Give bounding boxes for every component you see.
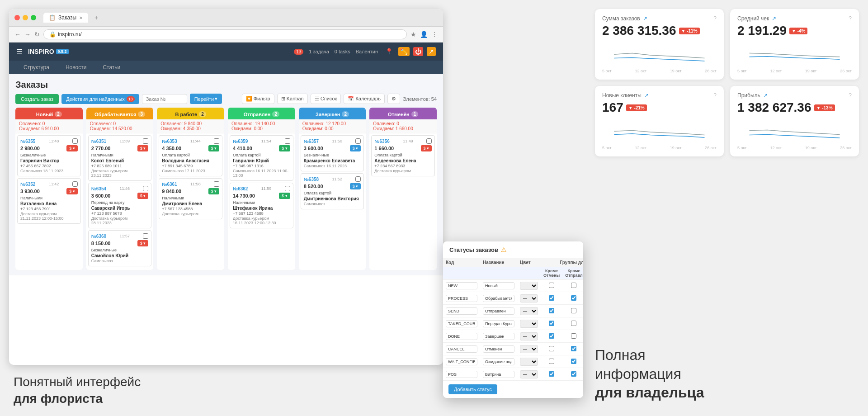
status-g2-checkbox[interactable] (571, 346, 576, 351)
help-icon[interactable]: ? (713, 15, 717, 22)
status-code-input[interactable] (446, 282, 477, 289)
status-g1-checkbox[interactable] (549, 359, 554, 364)
calendar-btn[interactable]: 📅 Календарь (344, 94, 385, 104)
list-btn[interactable]: ☰ Список (311, 94, 341, 104)
status-g2-checkbox[interactable] (571, 308, 576, 313)
card-checkbox[interactable] (143, 186, 148, 191)
status-name-input[interactable] (483, 333, 514, 340)
external-link-icon[interactable]: ↗ (644, 92, 649, 99)
nav-arrow-btn[interactable]: ↗ (427, 47, 436, 56)
card-pay-btn[interactable]: $ ▾ (350, 183, 361, 189)
card-num[interactable]: №6354 (91, 186, 106, 191)
card-num[interactable]: №6356 (374, 139, 389, 144)
browser-tab[interactable]: 📋 Заказы ✕ (43, 13, 88, 23)
maximize-window-btn[interactable] (31, 15, 36, 20)
status-g2-checkbox[interactable] (571, 321, 576, 326)
settings-btn[interactable]: ⚙ (387, 94, 400, 104)
filter-btn[interactable]: 🔽 Фильтр (242, 94, 274, 104)
card-checkbox[interactable] (355, 176, 361, 182)
status-g1-checkbox[interactable] (549, 283, 554, 288)
nav-location-btn[interactable]: 📍 (383, 47, 395, 56)
reload-btn[interactable]: ↻ (34, 31, 40, 38)
card-num[interactable]: №6357 (304, 139, 319, 144)
status-color-select[interactable]: — (520, 345, 538, 353)
status-name-input[interactable] (483, 320, 514, 327)
status-code-input[interactable] (446, 333, 477, 340)
status-g1-checkbox[interactable] (549, 371, 554, 377)
status-g1-checkbox[interactable] (549, 333, 554, 339)
create-order-btn[interactable]: Создать заказ (15, 94, 59, 104)
help-icon[interactable]: ? (849, 15, 852, 22)
status-color-select[interactable]: — (520, 282, 538, 290)
card-checkbox[interactable] (285, 186, 290, 191)
status-name-input[interactable] (483, 282, 514, 289)
sub-nav-structure[interactable]: Структура (16, 61, 57, 74)
help-icon[interactable]: ? (713, 92, 717, 99)
card-num[interactable]: №6362 (233, 186, 248, 191)
card-num[interactable]: №6359 (233, 139, 248, 144)
bookmark-icon[interactable]: ★ (410, 31, 416, 38)
status-color-select[interactable]: — (520, 358, 538, 366)
card-num[interactable]: №6358 (304, 177, 319, 182)
status-code-input[interactable] (446, 320, 477, 327)
status-code-input[interactable] (446, 358, 477, 365)
card-pay-btn[interactable]: $ ▾ (208, 188, 220, 194)
card-pay-btn[interactable]: $ ▾ (208, 145, 220, 151)
card-num[interactable]: №6361 (162, 182, 177, 187)
status-code-input[interactable] (446, 371, 477, 378)
card-checkbox[interactable] (72, 181, 78, 187)
card-checkbox[interactable] (426, 138, 432, 144)
notification-badge[interactable]: 13 (294, 49, 303, 55)
status-color-select[interactable]: — (520, 294, 538, 303)
nav-edit-btn[interactable]: ✏️ (398, 47, 410, 56)
status-color-select[interactable]: — (520, 307, 538, 315)
card-pay-btn[interactable]: $ ▾ (350, 145, 361, 151)
card-pay-btn[interactable]: $ ▾ (137, 145, 149, 151)
card-num[interactable]: №6352 (20, 182, 35, 187)
sub-nav-articles[interactable]: Статьи (95, 61, 127, 74)
card-pay-btn[interactable]: $ ▾ (279, 193, 290, 199)
status-color-select[interactable]: — (520, 320, 538, 328)
status-code-input[interactable] (446, 345, 477, 353)
kanban-btn[interactable]: ⊞ Kanban (277, 94, 308, 104)
address-field[interactable]: 🔒 inspiro.ru/ (43, 29, 407, 39)
status-g1-checkbox[interactable] (549, 295, 554, 301)
nav-power-btn[interactable]: ⏻ (413, 47, 423, 56)
status-g2-checkbox[interactable] (571, 333, 576, 339)
status-g2-checkbox[interactable] (571, 295, 576, 301)
status-code-input[interactable] (446, 307, 477, 315)
card-num[interactable]: №6360 (91, 234, 106, 239)
card-checkbox[interactable] (72, 138, 78, 144)
card-pay-btn[interactable]: $ ▾ (279, 145, 290, 151)
card-pay-btn[interactable]: $ ▾ (66, 145, 78, 151)
card-checkbox[interactable] (285, 138, 290, 144)
status-name-input[interactable] (483, 307, 514, 315)
status-code-input[interactable] (446, 295, 477, 302)
card-pay-btn[interactable]: $ ▾ (421, 145, 432, 151)
card-num[interactable]: №6351 (91, 139, 106, 144)
external-link-icon[interactable]: ↗ (763, 92, 768, 99)
help-icon[interactable]: ? (849, 92, 852, 99)
card-pay-btn[interactable]: $ ▾ (137, 193, 149, 199)
status-g2-checkbox[interactable] (571, 283, 576, 288)
minimize-window-btn[interactable] (23, 15, 28, 20)
add-status-btn[interactable]: Добавить статус (448, 384, 497, 394)
card-checkbox[interactable] (143, 138, 148, 144)
go-btn[interactable]: Перейти ▾ (190, 94, 222, 104)
new-tab-btn[interactable]: + (94, 14, 98, 21)
external-link-icon[interactable]: ↗ (643, 15, 647, 22)
close-window-btn[interactable] (14, 15, 20, 20)
menu-icon[interactable]: ⋮ (431, 31, 438, 38)
status-name-input[interactable] (483, 371, 514, 378)
status-g1-checkbox[interactable] (549, 346, 554, 351)
card-pay-btn[interactable]: $ ▾ (66, 188, 78, 194)
actions-btn[interactable]: Действия для найденных 13 (61, 94, 139, 104)
status-name-input[interactable] (483, 295, 514, 302)
status-color-select[interactable]: — (520, 332, 538, 340)
tab-close-icon[interactable]: ✕ (79, 15, 83, 20)
card-pay-btn[interactable]: $ ▾ (137, 240, 149, 246)
status-name-input[interactable] (483, 345, 514, 353)
status-g2-checkbox[interactable] (571, 371, 576, 377)
status-name-input[interactable] (483, 358, 514, 365)
sub-nav-news[interactable]: Новости (58, 61, 94, 74)
